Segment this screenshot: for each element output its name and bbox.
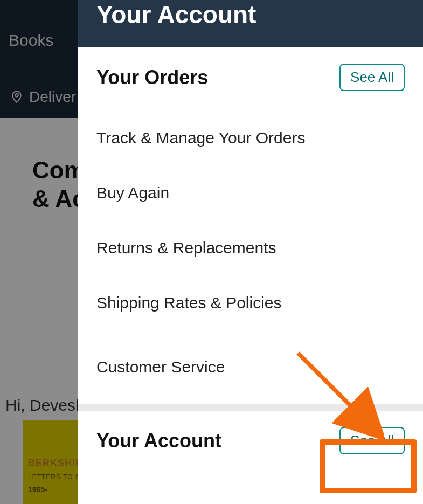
panel-header: Your Account — [78, 0, 423, 47]
see-all-orders-button[interactable]: See All — [339, 64, 405, 91]
section-head-orders: Your Orders See All — [96, 64, 405, 91]
menu-item-returns[interactable]: Returns & Replacements — [96, 220, 405, 275]
menu-item-shipping[interactable]: Shipping Rates & Policies — [96, 275, 405, 330]
your-orders-title: Your Orders — [96, 66, 208, 89]
menu-item-track-manage[interactable]: Track & Manage Your Orders — [96, 111, 405, 165]
section-separator — [78, 404, 423, 411]
account-panel: Your Account Your Orders See All Track &… — [78, 0, 423, 504]
panel-title: Your Account — [96, 0, 405, 29]
menu-item-customer-service[interactable]: Customer Service — [96, 340, 405, 395]
menu-item-buy-again[interactable]: Buy Again — [96, 165, 405, 220]
your-account-title: Your Account — [96, 430, 221, 452]
section-your-account: Your Account See All — [78, 411, 423, 467]
section-your-orders: Your Orders See All Track & Manage Your … — [78, 47, 423, 404]
divider — [96, 335, 405, 335]
see-all-account-button[interactable]: See All — [339, 427, 405, 454]
